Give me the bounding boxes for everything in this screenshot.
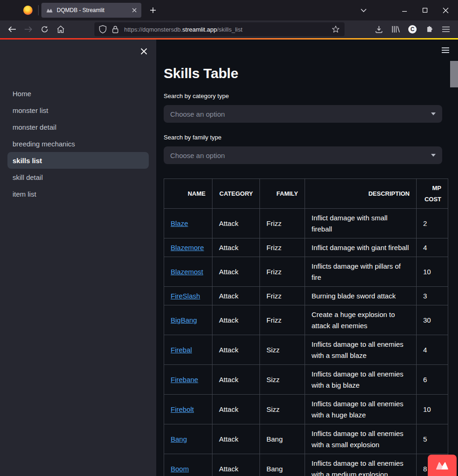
cell-mp-cost: 5 [417,424,448,454]
table-row: FireboltAttackSizzInflicts damage to all… [164,395,448,424]
tab-title: DQMDB - Streamlit [57,7,132,13]
skill-link[interactable]: Blazemore [171,244,204,251]
cell-family: Bang [260,424,305,454]
app-menu-button[interactable] [442,47,449,54]
cell-family: Frizz [260,257,305,287]
skill-link[interactable]: Bang [171,435,187,443]
skill-link[interactable]: Firebolt [171,405,194,413]
lock-icon[interactable] [112,26,119,33]
reload-button[interactable] [36,22,53,37]
cell-mp-cost: 4 [417,335,448,365]
cell-category: Attack [212,335,260,365]
sidebar-item-item-list[interactable]: item list [7,185,149,202]
skill-link[interactable]: Firebal [171,346,192,354]
toolbar-right-icons: C [371,22,454,37]
window-controls [394,0,456,20]
downloads-button[interactable] [371,22,387,37]
sidebar-nav: Homemonster listmonster detailbreeding m… [0,85,156,202]
skills-table: NAMECATEGORYFAMILYDESCRIPTIONMP COST Bla… [164,178,448,476]
new-tab-button[interactable] [146,3,160,17]
cell-family: Sizz [260,335,305,365]
browser-tab[interactable]: DQMDB - Streamlit [41,3,141,18]
skill-link[interactable]: Blazemost [171,268,203,276]
home-button[interactable] [53,22,69,37]
browser-tab-bar: DQMDB - Streamlit [0,0,458,20]
sidebar-item-breeding-mechanics[interactable]: breeding mechanics [7,135,149,152]
cell-description: Inflict damage with small fireball [305,209,417,238]
filter-label-category: Search by category type [164,92,442,101]
window-minimize-button[interactable] [394,0,415,20]
caret-down-icon [431,112,436,115]
cell-category: Attack [212,238,260,257]
family-select-value: Choose an option [170,152,431,159]
cell-category: Attack [212,209,260,238]
sidebar-item-skill-detail[interactable]: skill detail [7,169,149,185]
url-bar[interactable]: https://dqmonstersdb.streamlit.app/skill… [94,22,345,36]
cell-category: Attack [212,257,260,287]
skill-link[interactable]: FireSlash [171,292,200,300]
category-select[interactable]: Choose an option [164,105,442,123]
sidebar-item-monster-detail[interactable]: monster detail [7,119,149,135]
sidebar-item-skills-list[interactable]: skills list [7,152,149,169]
table-row: BlazemostAttackFrizzInflicts damage with… [164,257,448,287]
hamburger-menu-icon [442,26,450,32]
cell-name: FireSlash [164,287,212,305]
sidebar-item-Home[interactable]: Home [7,85,149,102]
close-icon [443,7,449,13]
sidebar-close-button[interactable] [139,46,149,56]
streamlit-crown-favicon [46,8,53,13]
cell-family: Sizz [260,395,305,424]
streamlit-app: Homemonster listmonster detailbreeding m… [0,40,458,476]
skill-link[interactable]: BigBang [171,316,197,324]
puzzle-piece-icon [425,25,433,33]
library-button[interactable] [387,22,404,37]
cell-family: Frizz [260,287,305,305]
cell-name: Firebolt [164,395,212,424]
scrollbar-thumb[interactable] [450,61,458,87]
table-row: BigBangAttackFrizzCreate a huge explosio… [164,305,448,335]
cell-family: Frizz [260,209,305,238]
shield-icon[interactable] [99,25,106,33]
skill-link[interactable]: Boom [171,465,189,473]
forward-button[interactable] [20,22,36,37]
tab-list-dropdown-button[interactable] [355,0,372,20]
cell-mp-cost: 4 [417,238,448,257]
cell-description: Inflicts damage to all enemies with a sm… [305,335,417,365]
table-row: BoomAttackBangInflicts damage to all ene… [164,454,448,476]
extensions-button[interactable] [421,22,438,37]
cell-description: Inflicts damage with pillars of fire [305,257,417,287]
skill-link[interactable]: Firebane [171,376,198,383]
cell-description: Inflict damage with giant fireball [305,238,417,257]
table-body: BlazeAttackFrizzInflict damage with smal… [164,209,448,476]
cell-description: Burning blade sword attack [305,287,417,305]
cell-name: Blazemore [164,238,212,257]
window-maximize-button[interactable] [415,0,435,20]
url-text[interactable]: https://dqmonstersdb.streamlit.app/skill… [124,26,332,33]
cell-mp-cost: 6 [417,365,448,395]
firefox-logo-icon[interactable] [23,6,33,15]
extension-c-button[interactable]: C [404,22,421,37]
back-button[interactable] [4,22,20,37]
cell-mp-cost: 3 [417,287,448,305]
window-close-button[interactable] [435,0,456,20]
caret-down-icon [431,154,436,157]
family-select[interactable]: Choose an option [164,146,442,164]
page-title: Skills Table [164,65,442,82]
cell-name: Boom [164,454,212,476]
streamlit-badge[interactable] [428,455,457,476]
bookmark-star-icon[interactable] [332,25,340,33]
skill-link[interactable]: Blaze [171,219,188,227]
browser-toolbar: https://dqmonstersdb.streamlit.app/skill… [0,20,458,38]
column-header: FAMILY [260,179,305,209]
table-row: FireSlashAttackFrizzBurning blade sword … [164,287,448,305]
table-row: BangAttackBangInflicts damage to all ene… [164,424,448,454]
menu-button[interactable] [438,22,454,37]
table-header-row: NAMECATEGORYFAMILYDESCRIPTIONMP COST [164,179,448,209]
cell-name: Blaze [164,209,212,238]
cell-family: Frizz [260,305,305,335]
tab-close-icon[interactable] [132,8,137,13]
forward-arrow-icon [24,26,33,33]
column-header: CATEGORY [212,179,260,209]
cell-description: Inflicts damage to all enemies with a hu… [305,395,417,424]
sidebar-item-monster-list[interactable]: monster list [7,102,149,119]
